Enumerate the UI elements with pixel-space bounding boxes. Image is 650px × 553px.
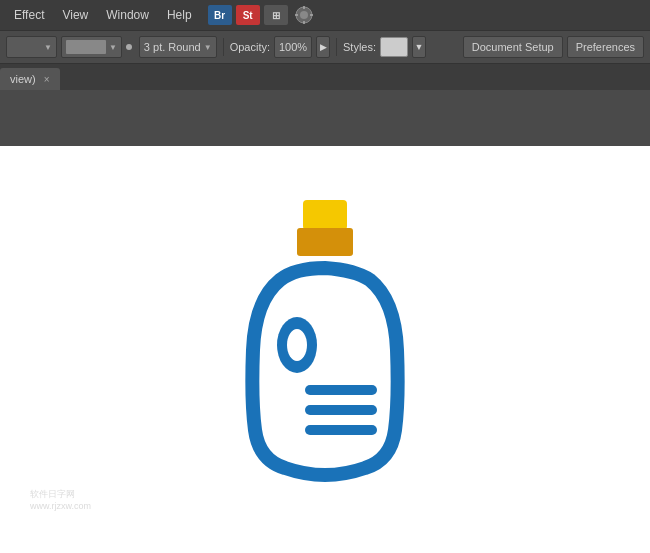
svg-rect-11: [305, 405, 377, 415]
preferences-button[interactable]: Preferences: [567, 36, 644, 58]
styles-swatch[interactable]: [380, 37, 408, 57]
opacity-label: Opacity:: [230, 41, 270, 53]
watermark-line1: 软件日字网: [30, 488, 91, 501]
svg-rect-10: [305, 385, 377, 395]
watermark: 软件日字网 www.rjzxw.com: [30, 488, 91, 513]
watermark-line2: www.rjzxw.com: [30, 500, 91, 513]
tab-view[interactable]: view) ×: [0, 68, 60, 90]
styles-arrow[interactable]: ▼: [412, 36, 426, 58]
dark-header-area: [0, 90, 650, 146]
svg-rect-12: [305, 425, 377, 435]
menu-help[interactable]: Help: [159, 5, 200, 25]
grid-icon[interactable]: ⊞: [264, 5, 288, 25]
canvas-area: 软件日字网 www.rjzxw.com: [0, 146, 650, 553]
styles-label: Styles:: [343, 41, 376, 53]
stroke-dot: [126, 44, 132, 50]
separator-2: [336, 38, 337, 56]
stroke-color-dropdown[interactable]: ▼: [61, 36, 122, 58]
opacity-input[interactable]: 100%: [274, 36, 312, 58]
opacity-arrow[interactable]: ▶: [316, 36, 330, 58]
tab-close-button[interactable]: ×: [44, 74, 50, 85]
br-icon[interactable]: Br: [208, 5, 232, 25]
bottle-illustration: [225, 190, 425, 490]
menu-window[interactable]: Window: [98, 5, 157, 25]
menu-effect[interactable]: Effect: [6, 5, 52, 25]
st-icon[interactable]: St: [236, 5, 260, 25]
svg-rect-6: [303, 200, 347, 230]
tool-mode-dropdown[interactable]: ▼: [6, 36, 57, 58]
settings-icon[interactable]: [292, 5, 316, 25]
svg-point-9: [287, 329, 307, 361]
tab-bar: view) ×: [0, 64, 650, 90]
tab-label: view): [10, 73, 36, 85]
stroke-label: 3 pt. Round: [144, 41, 201, 53]
toolbar: ▼ ▼ 3 pt. Round ▼ Opacity: 100% ▶ Styles…: [0, 30, 650, 64]
menu-view[interactable]: View: [54, 5, 96, 25]
stroke-size-dropdown[interactable]: 3 pt. Round ▼: [139, 36, 217, 58]
svg-rect-7: [297, 228, 353, 256]
document-setup-button[interactable]: Document Setup: [463, 36, 563, 58]
menu-bar: Effect View Window Help Br St ⊞: [0, 0, 650, 30]
app-icons: Br St ⊞: [208, 5, 316, 25]
svg-point-1: [300, 11, 308, 19]
separator-1: [223, 38, 224, 56]
